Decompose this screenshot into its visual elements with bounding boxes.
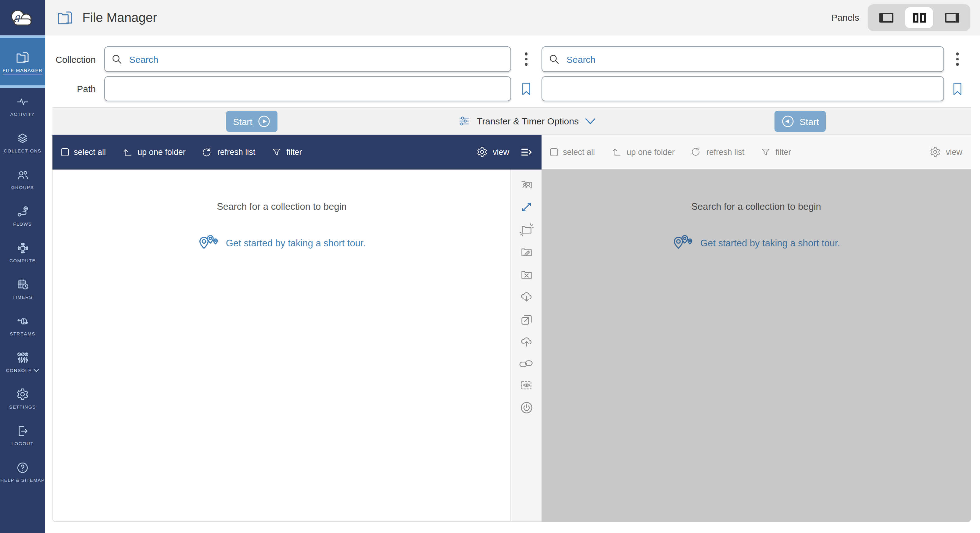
sidebar-item-help-sitemap[interactable]: HELP & SITEMAP xyxy=(0,454,45,490)
play-left-icon xyxy=(781,115,795,128)
show-hidden-icon[interactable] xyxy=(519,378,533,392)
right-collection-menu-kebab-icon[interactable] xyxy=(954,50,961,68)
left-refresh-list-button[interactable]: refresh list xyxy=(202,147,256,158)
filter-funnel-icon xyxy=(760,147,770,157)
folder-file-icon xyxy=(14,50,30,65)
left-tour-label: Get started by taking a short tour. xyxy=(226,238,366,249)
sidebar-item-logout[interactable]: LOGOUT xyxy=(0,417,45,454)
right-panel-toolbar: select all up one folder refresh list xyxy=(541,135,971,170)
panel-mode-single-left-button[interactable] xyxy=(872,7,900,28)
open-copy-icon[interactable] xyxy=(519,313,533,327)
download-icon[interactable] xyxy=(519,290,533,304)
left-collection-search-input[interactable] xyxy=(104,46,511,72)
right-start-transfer-button[interactable]: Start xyxy=(775,111,826,132)
left-start-transfer-button[interactable]: Start xyxy=(226,111,277,132)
search-icon xyxy=(111,53,123,65)
right-up-one-folder-button[interactable]: up one folder xyxy=(611,146,675,158)
help-question-icon xyxy=(15,461,30,474)
logout-door-icon xyxy=(15,425,30,438)
sliders-icon xyxy=(458,115,471,127)
left-tour-link[interactable]: Get started by taking a short tour. xyxy=(53,234,511,253)
delete-folder-icon[interactable] xyxy=(519,268,533,282)
transfer-arrows-icon[interactable] xyxy=(519,200,533,214)
panels-label: Panels xyxy=(831,12,859,22)
path-label: Path xyxy=(52,84,104,94)
right-filter-button[interactable]: filter xyxy=(760,147,791,157)
left-empty-title: Search for a collection to begin xyxy=(53,201,511,212)
sidebar-item-label: COLLECTIONS xyxy=(4,148,41,154)
sidebar-item-label: GROUPS xyxy=(11,185,34,190)
panel-mode-single-right-button[interactable] xyxy=(938,7,966,28)
panel-layout-switcher xyxy=(868,4,970,31)
transfer-options-label: Transfer & Timer Options xyxy=(477,116,579,126)
sidebar-item-label: TIMERS xyxy=(13,294,33,300)
refresh-icon xyxy=(202,147,213,158)
sidebar-item-compute[interactable]: COMPUTE xyxy=(0,234,45,271)
left-up-one-folder-button[interactable]: up one folder xyxy=(122,147,186,158)
right-refresh-list-button[interactable]: refresh list xyxy=(690,146,745,158)
view-gear-icon xyxy=(929,146,941,158)
right-tour-link[interactable]: Get started by taking a short tour. xyxy=(541,234,971,253)
right-tour-label: Get started by taking a short tour. xyxy=(700,238,840,249)
upload-icon[interactable] xyxy=(519,336,533,350)
share-folder-icon[interactable] xyxy=(519,177,533,191)
left-panel-toolbar: select all up one folder refresh list xyxy=(52,135,541,170)
left-panel-collapse-button[interactable] xyxy=(520,146,533,158)
sidebar-item-settings[interactable]: SETTINGS xyxy=(0,380,45,417)
sidebar-item-collections[interactable]: COLLECTIONS xyxy=(0,124,45,161)
sidebar-item-console[interactable]: CONSOLE xyxy=(0,344,45,380)
gear-icon xyxy=(15,388,30,401)
deactivate-power-icon[interactable] xyxy=(519,401,533,415)
right-collection-search-input[interactable] xyxy=(541,46,944,72)
sidebar-item-label: COMPUTE xyxy=(10,258,36,263)
file-action-strip xyxy=(511,170,541,522)
up-one-folder-icon xyxy=(611,146,622,158)
sidebar-item-timers[interactable]: TIMERS xyxy=(0,271,45,307)
streams-icon xyxy=(15,315,30,328)
search-icon xyxy=(548,53,560,65)
sidebar-item-streams[interactable]: STREAMS xyxy=(0,307,45,344)
rename-folder-icon[interactable] xyxy=(519,245,533,259)
globus-logo[interactable]: g xyxy=(0,0,45,35)
right-path-input[interactable] xyxy=(541,76,944,101)
up-one-folder-icon xyxy=(122,147,133,158)
sidebar-item-groups[interactable]: GROUPS xyxy=(0,161,45,197)
timer-calendar-icon xyxy=(15,278,30,291)
groups-people-icon xyxy=(15,168,30,182)
new-folder-icon[interactable] xyxy=(519,223,533,237)
chevron-down-icon xyxy=(33,368,39,372)
sidebar-item-label: FILE MANAGER xyxy=(3,68,43,73)
sidebar-item-flows[interactable]: FLOWS xyxy=(0,197,45,234)
sidebar-item-label: LOGOUT xyxy=(11,441,34,446)
sidebar-item-file-manager[interactable]: FILE MANAGER xyxy=(0,35,45,88)
left-panel-content: Search for a collection to begin Get sta… xyxy=(52,170,511,522)
sidebar-item-label: FLOWS xyxy=(13,221,32,227)
map-pins-icon xyxy=(198,234,220,253)
single-panel-left-icon xyxy=(879,13,893,22)
left-path-input[interactable] xyxy=(104,76,511,101)
file-manager-icon xyxy=(56,9,75,26)
left-bookmark-icon[interactable] xyxy=(522,82,531,95)
left-view-button[interactable]: view xyxy=(476,146,509,158)
right-view-button[interactable]: view xyxy=(929,146,963,158)
flows-icon xyxy=(15,205,30,218)
left-collection-menu-kebab-icon[interactable] xyxy=(523,50,530,68)
right-empty-title: Search for a collection to begin xyxy=(541,201,971,212)
panel-mode-dual-button[interactable] xyxy=(905,7,933,28)
sidebar-item-label: SETTINGS xyxy=(9,404,36,410)
left-select-all-button[interactable]: select all xyxy=(61,148,106,157)
sidebar-item-label: HELP & SITEMAP xyxy=(0,477,45,483)
globus-app: g FILE MANAGER ACTIVITY COLLECTIONS xyxy=(0,0,980,533)
sidebar-item-activity[interactable]: ACTIVITY xyxy=(0,88,45,124)
right-select-all-button[interactable]: select all xyxy=(550,147,595,156)
right-bookmark-icon[interactable] xyxy=(953,82,963,95)
transfer-timer-options-toggle[interactable]: Transfer & Timer Options xyxy=(458,108,596,134)
checkbox-icon xyxy=(550,148,558,156)
console-gauges-icon xyxy=(15,351,30,365)
right-panel-content: Search for a collection to begin Get sta… xyxy=(541,170,971,522)
get-link-icon[interactable] xyxy=(519,358,534,369)
left-filter-button[interactable]: filter xyxy=(271,147,302,158)
page-title: File Manager xyxy=(82,10,157,25)
collection-label: Collection xyxy=(52,54,104,64)
workspace: Collection Path xyxy=(52,35,971,522)
